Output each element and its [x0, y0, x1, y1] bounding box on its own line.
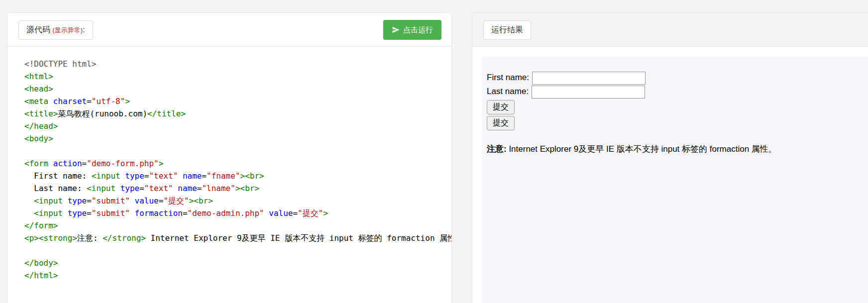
code-editor[interactable]: <!DOCTYPE html><html><head><meta charset…	[7, 47, 451, 282]
result-label: 运行结果	[483, 20, 531, 40]
code-line: <input type="submit" formaction="demo-ad…	[24, 207, 451, 219]
code-line: <p><strong>注意: </strong> Internet Explor…	[24, 232, 451, 244]
submit-button-2[interactable]: 提交	[487, 116, 515, 130]
source-code-panel-header: 源代码 (显示异常): 点击运行	[7, 13, 451, 47]
result-panel-header: 运行结果	[472, 13, 868, 47]
code-line: </head>	[24, 120, 451, 132]
last-name-input[interactable]	[532, 86, 645, 99]
run-button-label: 点击运行	[403, 25, 433, 35]
rendered-demo: First name: Last name: 提交 提交 注意: Interne…	[482, 57, 868, 155]
code-line: <head>	[24, 83, 451, 95]
note-paragraph: 注意: Internet Explorer 9及更早 IE 版本不支持 inpu…	[487, 143, 868, 155]
source-code-label: 源代码 (显示异常):	[18, 20, 93, 40]
first-name-label: First name:	[487, 73, 529, 82]
first-name-input[interactable]	[532, 72, 646, 85]
code-line: </body>	[24, 257, 451, 269]
result-frame: First name: Last name: 提交 提交 注意: Interne…	[482, 57, 868, 303]
submit-button-1[interactable]: 提交	[487, 100, 515, 114]
source-code-label-text: 源代码	[26, 25, 52, 34]
note-text: Internet Explorer 9及更早 IE 版本不支持 input 标签…	[509, 144, 776, 154]
first-name-row: First name:	[487, 71, 868, 85]
paper-plane-icon	[392, 26, 400, 34]
code-line: <meta charset="utf-8">	[24, 95, 451, 107]
code-line: <html>	[24, 70, 451, 83]
code-line	[24, 145, 451, 157]
code-line: <title>菜鸟教程(runoob.com)</title>	[24, 107, 451, 120]
code-line: <!DOCTYPE html>	[24, 58, 451, 70]
code-line	[24, 244, 451, 257]
run-button[interactable]: 点击运行	[383, 20, 441, 40]
last-name-label: Last name:	[487, 87, 529, 96]
code-line: <input type="submit" value="提交"><br>	[24, 195, 451, 207]
last-name-row: Last name:	[487, 85, 868, 99]
source-code-label-colon: :	[83, 25, 85, 34]
result-label-text: 运行结果	[491, 25, 523, 34]
code-line: <form action="demo-form.php">	[24, 157, 451, 170]
code-line: First name: <input type="text" name="fna…	[24, 170, 451, 182]
code-line: </form>	[24, 219, 451, 232]
code-line: </html>	[24, 269, 451, 282]
note-bold: 注意:	[487, 144, 509, 154]
display-warning-text: (显示异常)	[52, 26, 83, 34]
code-line: Last name: <input type="text" name="lnam…	[24, 182, 451, 195]
result-panel: 运行结果 First name: Last name: 提交 提交 注意: In…	[472, 12, 868, 303]
code-line: <body>	[24, 132, 451, 145]
source-code-panel: 源代码 (显示异常): 点击运行 <!DOCTYPE html><html><h…	[7, 12, 452, 303]
